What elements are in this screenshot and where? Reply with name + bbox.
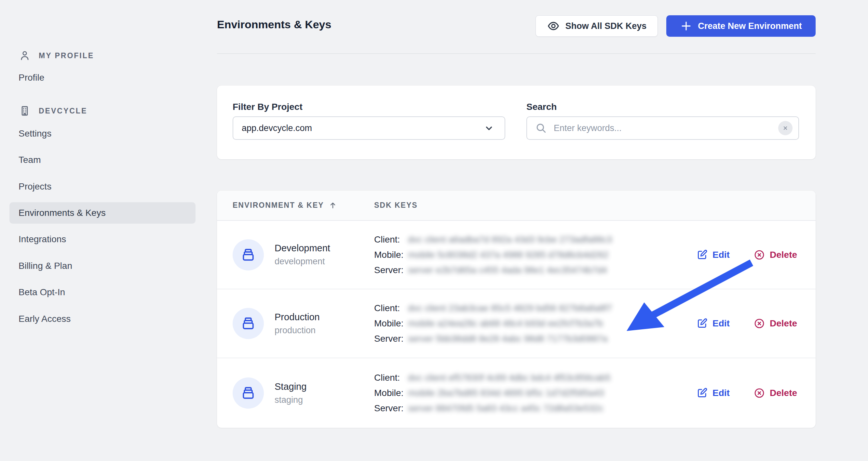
sidebar-item-label: Integrations [19, 234, 66, 244]
delete-button[interactable]: Delete [753, 387, 797, 399]
server-key-value-redacted: server e2b7d65a c455 4ada 98e1 4ec35474b… [408, 265, 607, 275]
plus-icon [680, 20, 692, 32]
column-label: Environment & Key [232, 201, 324, 210]
environment-name: Staging [275, 381, 307, 392]
sidebar-item-team[interactable]: Team [9, 149, 195, 171]
environment-cell: Staging staging [217, 377, 374, 409]
environment-name: Production [275, 312, 320, 323]
environment-cell: Development development [217, 239, 374, 270]
edit-label: Edit [712, 388, 730, 398]
search-icon [535, 122, 547, 134]
search-input[interactable] [554, 123, 772, 133]
sidebar-item-label: Projects [19, 182, 52, 192]
sidebar-item-projects[interactable]: Projects [9, 176, 195, 197]
environment-slug: staging [275, 395, 307, 405]
search-box [526, 117, 799, 140]
building-icon [19, 105, 31, 117]
clear-search-button[interactable] [778, 121, 793, 135]
project-select-value: app.devcycle.com [242, 123, 312, 133]
edit-label: Edit [712, 250, 730, 260]
page-title: Environments & Keys [217, 18, 331, 31]
project-select[interactable]: app.devcycle.com [232, 117, 505, 140]
sdk-keys-cell: Client:dvc client a6adba7d 892a 43d3 9cb… [374, 232, 696, 277]
x-icon [782, 125, 788, 131]
sidebar-item-label: Beta Opt-In [19, 287, 65, 297]
environment-stack-icon [241, 248, 256, 262]
filter-card: Filter By Project app.devcycle.com Searc… [217, 86, 816, 159]
sidebar-item-profile[interactable]: Profile [9, 67, 195, 89]
chevron-down-icon [483, 122, 495, 134]
sidebar-item-settings[interactable]: Settings [9, 123, 195, 144]
sidebar-item-label: Settings [19, 128, 52, 139]
eye-icon [547, 20, 560, 33]
client-key-label: Client: [374, 303, 408, 314]
sidebar-item-beta-opt-in[interactable]: Beta Opt-In [9, 282, 195, 303]
sidebar-item-label: Profile [19, 72, 44, 83]
table-row-staging: Staging staging Client:dvc client ef5783… [217, 358, 816, 428]
sidebar-section-label: DevCycle [39, 107, 87, 116]
edit-button[interactable]: Edit [696, 387, 730, 399]
mobile-key-label: Mobile: [374, 250, 408, 260]
table-row-development: Development development Client:dvc clien… [217, 221, 816, 289]
client-key-value-redacted: dvc client ef57830f 4c89 4dbc bdc4 4f53c… [408, 372, 611, 383]
delete-button[interactable]: Delete [753, 318, 797, 329]
server-key-value-redacted: server 88470fd5 5a83 43cc a45c 72d8a53e5… [408, 403, 603, 414]
server-key-value-redacted: server 5bb38dd8 8e28 4abc 98d8 7177b3d08… [408, 334, 608, 344]
environment-names: Staging staging [275, 381, 307, 405]
environment-names: Production production [275, 312, 320, 335]
mobile-key-label: Mobile: [374, 318, 408, 329]
delete-label: Delete [770, 318, 797, 329]
server-key-label: Server: [374, 403, 408, 414]
edit-button[interactable]: Edit [696, 249, 730, 261]
show-all-sdk-keys-label: Show All SDK Keys [565, 21, 647, 31]
sidebar-item-label: Billing & Plan [19, 261, 72, 271]
sidebar-section-my-profile: My Profile [19, 50, 94, 62]
mobile-key-value-redacted: mobile a24ea28c ab68 48c4 b93d ee2fcf7b3… [408, 318, 603, 329]
filter-by-project-label: Filter By Project [232, 102, 303, 112]
table-header-row: Environment & Key SDK Keys [217, 191, 816, 221]
sidebar-item-billing-plan[interactable]: Billing & Plan [9, 255, 195, 277]
sidebar-item-early-access[interactable]: Early Access [9, 308, 195, 330]
environment-name: Development [275, 243, 330, 254]
sidebar-item-label: Environments & Keys [19, 208, 106, 218]
sdk-keys-cell: Client:dvc client ef57830f 4c89 4dbc bdc… [374, 370, 696, 416]
edit-pencil-icon [696, 387, 708, 399]
delete-label: Delete [770, 250, 797, 260]
sidebar-item-integrations[interactable]: Integrations [9, 229, 195, 250]
environment-slug: production [275, 325, 320, 335]
client-key-label: Client: [374, 372, 408, 383]
header-divider [217, 53, 816, 54]
environment-names: Development development [275, 243, 330, 267]
delete-x-circle-icon [753, 249, 765, 261]
sidebar: My Profile Profile DevCycle Settings Tea… [0, 0, 208, 461]
create-new-environment-button[interactable]: Create New Environment [666, 15, 816, 37]
edit-pencil-icon [696, 318, 708, 329]
search-label: Search [526, 102, 557, 112]
environment-cell: Production production [217, 308, 374, 339]
delete-x-circle-icon [753, 318, 765, 329]
table-row-production: Production production Client:dvc client … [217, 289, 816, 358]
column-header-environment-key[interactable]: Environment & Key [217, 201, 374, 210]
create-new-environment-label: Create New Environment [698, 21, 802, 31]
client-key-value-redacted: dvc client 23ab3cae 85c5 4829 bd56 827b8… [408, 303, 612, 314]
delete-label: Delete [770, 388, 797, 398]
environment-stack-icon [241, 386, 256, 400]
sdk-keys-cell: Client:dvc client 23ab3cae 85c5 4829 bd5… [374, 301, 696, 347]
user-icon [19, 50, 31, 62]
sidebar-item-environments-keys[interactable]: Environments & Keys [9, 202, 195, 224]
show-all-sdk-keys-button[interactable]: Show All SDK Keys [535, 15, 658, 37]
edit-pencil-icon [696, 249, 708, 261]
edit-button[interactable]: Edit [696, 318, 730, 329]
mobile-key-value-redacted: mobile 2ba7bd85 834d 4895 bf5c 1d7d2f585… [408, 388, 604, 398]
column-header-sdk-keys: SDK Keys [374, 201, 418, 210]
sort-ascending-icon [329, 201, 337, 210]
client-key-label: Client: [374, 234, 408, 245]
sidebar-item-label: Team [19, 155, 41, 165]
edit-label: Edit [712, 318, 730, 329]
environments-table: Environment & Key SDK Keys Development d… [217, 191, 816, 428]
delete-button[interactable]: Delete [753, 249, 797, 261]
sidebar-item-label: Early Access [19, 314, 71, 324]
server-key-label: Server: [374, 334, 408, 344]
environment-icon-badge [232, 377, 264, 409]
client-key-value-redacted: dvc client a6adba7d 892a 43d3 9cbe 273ad… [408, 234, 612, 245]
